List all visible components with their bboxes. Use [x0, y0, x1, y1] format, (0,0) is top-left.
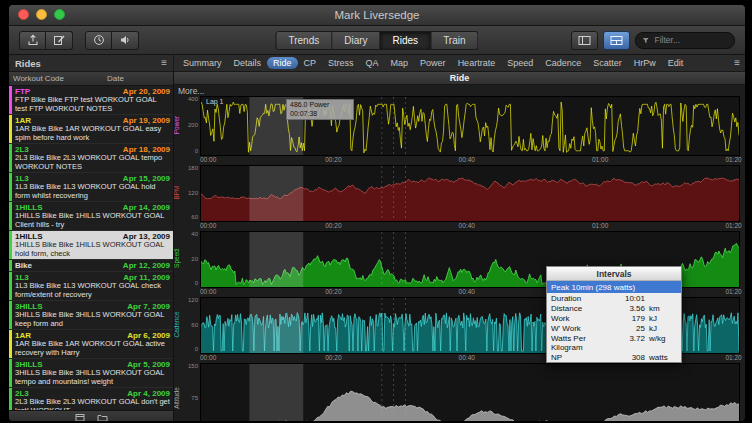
- workout-item-body: FTPApr 20, 2009FTP Bike Bike FTP test WO…: [12, 86, 173, 114]
- axis-label-cadence: Cadence: [174, 311, 180, 337]
- plot-power[interactable]: [200, 96, 740, 156]
- speaker-icon: [119, 34, 131, 46]
- workout-item-body: 2L3Apr 18, 20092L3 Bike Bike 2L3 WORKOUT…: [12, 144, 173, 172]
- interval-metric-row[interactable]: W' Work25kJ: [547, 323, 681, 333]
- workout-list: FTPApr 20, 2009FTP Bike Bike FTP test WO…: [9, 86, 173, 410]
- interval-metric-row[interactable]: NP308watts: [547, 352, 681, 362]
- y-tick: 400: [188, 96, 198, 102]
- workout-list-item[interactable]: BikeApr 12, 2009: [9, 260, 173, 272]
- tab-edit[interactable]: Edit: [662, 57, 690, 69]
- tooltip-time: 00:07:38: [290, 110, 350, 119]
- workout-item-body: 3HILLSApr 7, 20093HILLS Bike Bike 3HILLS…: [12, 301, 173, 329]
- y-tick: 40: [191, 231, 198, 237]
- compose-button[interactable]: [46, 31, 73, 50]
- workout-list-item[interactable]: 1ARApr 19, 20091AR Bike Bike 1AR WORKOUT…: [9, 115, 173, 144]
- history-button[interactable]: [85, 31, 112, 50]
- view-tab-rides[interactable]: Rides: [381, 31, 432, 50]
- view-tab-diary[interactable]: Diary: [332, 31, 380, 50]
- filter-field[interactable]: [635, 32, 735, 49]
- sidebar-title: Rides: [15, 58, 41, 69]
- workout-item-body: 1HILLSApr 13, 20091HILLS Bike Bike 1HILL…: [12, 231, 173, 259]
- chart-altitude[interactable]: Altitude150750: [174, 363, 740, 422]
- workout-list-item[interactable]: 2L3Apr 4, 20092L3 Bike Bike 2L3 WORKOUT …: [9, 388, 173, 410]
- workout-list-item[interactable]: 3HILLSApr 7, 20093HILLS Bike Bike 3HILLS…: [9, 301, 173, 330]
- x-tick: 00:20: [325, 222, 341, 229]
- x-tick: 00:40: [459, 156, 475, 163]
- tab-ride[interactable]: Ride: [267, 57, 298, 69]
- interval-metric-row[interactable]: Duration10:01: [547, 293, 681, 303]
- x-tick: 00:40: [459, 354, 475, 361]
- workout-code: Bike: [15, 261, 32, 270]
- upload-button[interactable]: [19, 31, 46, 50]
- axis-label-altitude: Altitude: [174, 387, 180, 409]
- chart-power[interactable]: Power4002000: [174, 96, 740, 156]
- traffic-lights: [18, 9, 65, 20]
- tabbar-menu-icon[interactable]: ≡: [729, 55, 745, 71]
- view-tab-train[interactable]: Train: [431, 31, 478, 50]
- minimize-window-button[interactable]: [36, 9, 47, 20]
- audio-button[interactable]: [112, 31, 139, 50]
- chart-tabbar: Rides ≡ SummaryDetailsRideCPStressQAMapP…: [9, 55, 745, 72]
- tab-details[interactable]: Details: [228, 57, 268, 69]
- axis-label-speed: Speed: [174, 249, 181, 268]
- tab-summary[interactable]: Summary: [177, 57, 228, 69]
- zoom-window-button[interactable]: [54, 9, 65, 20]
- sidebar-column-headers[interactable]: Workout Code Date: [9, 72, 173, 86]
- tab-scatter[interactable]: Scatter: [587, 57, 628, 69]
- y-tick: 75: [191, 395, 198, 401]
- interval-metric-row[interactable]: Watts Per Kilogram3.72w/kg: [547, 333, 681, 352]
- tab-power[interactable]: Power: [414, 57, 452, 69]
- chart-heartrate[interactable]: BPM18012060: [174, 165, 740, 222]
- workout-list-item[interactable]: 1ARApr 6, 20091AR Bike Bike 1AR WORKOUT …: [9, 330, 173, 359]
- view-tab-trends[interactable]: Trends: [275, 31, 332, 50]
- workout-list-item[interactable]: 1L3Apr 11, 20091L3 Bike Bike 1L3 WORKOUT…: [9, 272, 173, 301]
- workout-list-item[interactable]: 2L3Apr 18, 20092L3 Bike Bike 2L3 WORKOUT…: [9, 144, 173, 173]
- workout-list-item[interactable]: 3HILLSApr 5, 20093HILLS Bike Bike 3HILLS…: [9, 359, 173, 388]
- workout-item-body: BikeApr 12, 2009: [12, 260, 173, 271]
- ride-view-title: Ride: [174, 72, 745, 85]
- more-link[interactable]: More...: [174, 85, 745, 96]
- y-tick: 200: [188, 122, 198, 128]
- y-ticks-speed: 40200: [184, 231, 200, 286]
- metric-label: W' Work: [551, 324, 619, 333]
- interval-metric-row[interactable]: Distance3.56km: [547, 303, 681, 313]
- interval-metric-row[interactable]: Work179kJ: [547, 313, 681, 323]
- workout-description: 2L3 Bike Bike 2L3 WORKOUT GOAL don't get…: [15, 398, 170, 410]
- tab-heartrate[interactable]: Heartrate: [452, 57, 502, 69]
- workout-list-item[interactable]: 1L3Apr 15, 20091L3 Bike Bike 1L3 WORKOUT…: [9, 173, 173, 202]
- metric-label: Work: [551, 314, 619, 323]
- tab-qa[interactable]: QA: [360, 57, 385, 69]
- tab-cp[interactable]: CP: [298, 57, 323, 69]
- metric-unit: km: [645, 304, 677, 313]
- chart-altitude-axis: Altitude150750: [174, 363, 200, 422]
- close-window-button[interactable]: [18, 9, 29, 20]
- tab-speed[interactable]: Speed: [501, 57, 539, 69]
- tab-hrpw[interactable]: HrPw: [628, 57, 662, 69]
- lap-marker-label: Lap 1: [206, 98, 224, 105]
- titlebar[interactable]: Mark Liversedge: [9, 5, 745, 26]
- tiled-view-button[interactable]: [603, 31, 630, 50]
- folder-icon[interactable]: [97, 413, 108, 422]
- workout-description: 1HILLS Bike Bike 1HILLS WORKOUT GOAL hol…: [15, 241, 170, 258]
- tab-map[interactable]: Map: [385, 57, 415, 69]
- workout-item-line1: 2L3Apr 18, 2009: [15, 145, 170, 154]
- plot-heartrate[interactable]: [200, 165, 740, 222]
- column-workout-code[interactable]: Workout Code: [13, 74, 107, 83]
- y-tick: 20: [191, 256, 198, 262]
- tab-cadence[interactable]: Cadence: [539, 57, 587, 69]
- workout-list-item[interactable]: 1HILLSApr 14, 20091HILLS Bike Bike 1HILL…: [9, 202, 173, 231]
- intervals-popup[interactable]: Intervals Peak 10min (298 watts) Duratio…: [546, 266, 682, 363]
- column-date[interactable]: Date: [107, 74, 169, 83]
- workout-list-item[interactable]: FTPApr 20, 2009FTP Bike Bike FTP test WO…: [9, 86, 173, 115]
- workout-list-item[interactable]: 1HILLSApr 13, 20091HILLS Bike Bike 1HILL…: [9, 231, 173, 260]
- filter-input[interactable]: [652, 34, 728, 46]
- tab-stress[interactable]: Stress: [322, 57, 360, 69]
- intervals-popup-selected-row[interactable]: Peak 10min (298 watts): [547, 281, 681, 293]
- axis-label-power: Power: [174, 115, 180, 134]
- calendar-icon[interactable]: [75, 413, 85, 422]
- plot-altitude[interactable]: [200, 363, 740, 422]
- sidebar-toggle-button[interactable]: [571, 31, 598, 50]
- workout-item-body: 1ARApr 6, 20091AR Bike Bike 1AR WORKOUT …: [12, 330, 173, 358]
- sidebar-menu-icon[interactable]: ≡: [161, 58, 167, 68]
- y-ticks-altitude: 150750: [184, 363, 200, 422]
